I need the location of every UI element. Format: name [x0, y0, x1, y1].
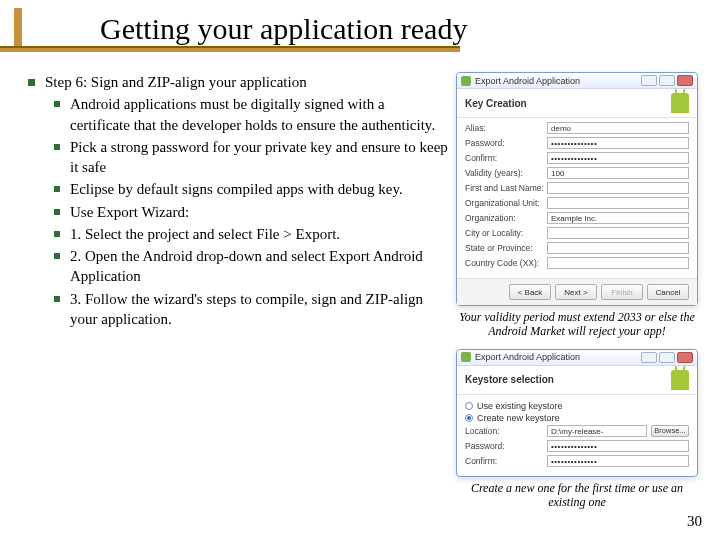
slide-number: 30	[687, 513, 702, 530]
alias-label: Alias:	[465, 123, 547, 133]
next-button[interactable]: Next >	[555, 284, 597, 300]
country-label: Country Code (XX):	[465, 258, 547, 268]
sub-bullet: 3. Follow the wizard's steps to compile,…	[54, 289, 448, 330]
orgunit-input[interactable]	[547, 197, 689, 209]
password-label: Password:	[465, 138, 547, 148]
close-icon[interactable]	[677, 75, 693, 86]
firstlast-input[interactable]	[547, 182, 689, 194]
radio-icon[interactable]	[465, 414, 473, 422]
dialog-header-title: Key Creation	[465, 98, 527, 109]
sub-bullet: Eclipse by default signs compiled apps w…	[54, 179, 448, 199]
state-input[interactable]	[547, 242, 689, 254]
org-label: Organization:	[465, 213, 547, 223]
location-label: Location:	[465, 426, 547, 436]
sub-bullet: Use Export Wizard:	[54, 202, 448, 222]
confirm-input[interactable]: ••••••••••••••	[547, 455, 689, 467]
sub-bullet: Android applications must be digitally s…	[54, 94, 448, 135]
password-label: Password:	[465, 441, 547, 451]
bullet-icon	[54, 101, 60, 107]
caption-validity: Your validity period must extend 2033 or…	[456, 310, 698, 339]
maximize-icon[interactable]	[659, 75, 675, 86]
orgunit-label: Organizational Unit:	[465, 198, 547, 208]
cancel-button[interactable]: Cancel	[647, 284, 689, 300]
android-icon	[671, 93, 689, 113]
sub-bullet-text: 1. Select the project and select File > …	[70, 224, 340, 244]
main-bullet-text: Step 6: Sign and ZIP-align your applicat…	[45, 72, 307, 92]
window-controls	[641, 75, 693, 86]
radio-existing-label: Use existing keystore	[477, 401, 563, 411]
org-input[interactable]: Example Inc.	[547, 212, 689, 224]
slide-title-area: Getting your application ready	[0, 0, 720, 52]
app-icon	[461, 76, 471, 86]
browse-button[interactable]: Browse...	[651, 425, 689, 437]
sub-bullet-text: Android applications must be digitally s…	[70, 94, 448, 135]
validity-label: Validity (years):	[465, 168, 547, 178]
back-button[interactable]: < Back	[509, 284, 551, 300]
alias-input[interactable]: demo	[547, 122, 689, 134]
location-input[interactable]: D:\my-release-key.keystore	[547, 425, 647, 437]
sub-bullet-text: Pick a strong password for your private …	[70, 137, 448, 178]
dialog-window-title: Export Android Application	[475, 76, 580, 86]
dialog-header: Keystore selection	[457, 366, 697, 395]
dialog-header: Key Creation	[457, 89, 697, 118]
sub-bullet: 2. Open the Android drop-down and select…	[54, 246, 448, 287]
bullet-icon	[54, 253, 60, 259]
dialog-body: Alias:demo Password:•••••••••••••• Confi…	[457, 118, 697, 278]
state-label: State or Province:	[465, 243, 547, 253]
dialog-header-title: Keystore selection	[465, 374, 554, 385]
slide-title: Getting your application ready	[100, 12, 720, 46]
app-icon	[461, 352, 471, 362]
password-input[interactable]: ••••••••••••••	[547, 137, 689, 149]
window-controls	[641, 352, 693, 363]
dialog-body: Use existing keystore Create new keystor…	[457, 395, 697, 476]
bullet-icon	[54, 186, 60, 192]
sub-bullet: 1. Select the project and select File > …	[54, 224, 448, 244]
key-creation-dialog: Export Android Application Key Creation …	[456, 72, 698, 306]
sub-bullet-text: 3. Follow the wizard's steps to compile,…	[70, 289, 448, 330]
dialog-titlebar: Export Android Application	[457, 350, 697, 366]
firstlast-label: First and Last Name:	[465, 183, 547, 193]
dialog-window-title: Export Android Application	[475, 352, 580, 362]
title-underline	[0, 48, 460, 52]
caption-create: Create a new one for the first time or u…	[456, 481, 698, 510]
finish-button[interactable]: Finish	[601, 284, 643, 300]
bullet-icon	[54, 209, 60, 215]
minimize-icon[interactable]	[641, 352, 657, 363]
bullet-icon	[54, 144, 60, 150]
confirm-label: Confirm:	[465, 153, 547, 163]
radio-create-row[interactable]: Create new keystore	[465, 413, 689, 423]
title-accent-block	[14, 8, 22, 46]
sub-bullet: Pick a strong password for your private …	[54, 137, 448, 178]
sub-bullet-text: Eclipse by default signs compiled apps w…	[70, 179, 403, 199]
bullet-icon	[54, 231, 60, 237]
dialog-buttonbar: < Back Next > Finish Cancel	[457, 278, 697, 305]
text-column: Step 6: Sign and ZIP-align your applicat…	[28, 72, 448, 510]
content-area: Step 6: Sign and ZIP-align your applicat…	[0, 52, 720, 510]
radio-existing-row[interactable]: Use existing keystore	[465, 401, 689, 411]
close-icon[interactable]	[677, 352, 693, 363]
bullet-icon	[54, 296, 60, 302]
screenshot-column: Export Android Application Key Creation …	[448, 72, 698, 510]
country-input[interactable]	[547, 257, 689, 269]
maximize-icon[interactable]	[659, 352, 675, 363]
sub-bullet-text: Use Export Wizard:	[70, 202, 189, 222]
minimize-icon[interactable]	[641, 75, 657, 86]
bullet-icon	[28, 79, 35, 86]
radio-create-label: Create new keystore	[477, 413, 560, 423]
sub-bullet-text: 2. Open the Android drop-down and select…	[70, 246, 448, 287]
validity-input[interactable]: 100	[547, 167, 689, 179]
main-bullet: Step 6: Sign and ZIP-align your applicat…	[28, 72, 448, 92]
keystore-selection-dialog: Export Android Application Keystore sele…	[456, 349, 698, 477]
dialog-titlebar: Export Android Application	[457, 73, 697, 89]
android-icon	[671, 370, 689, 390]
radio-icon[interactable]	[465, 402, 473, 410]
confirm-label: Confirm:	[465, 456, 547, 466]
confirm-input[interactable]: ••••••••••••••	[547, 152, 689, 164]
city-input[interactable]	[547, 227, 689, 239]
password-input[interactable]: ••••••••••••••	[547, 440, 689, 452]
city-label: City or Locality:	[465, 228, 547, 238]
